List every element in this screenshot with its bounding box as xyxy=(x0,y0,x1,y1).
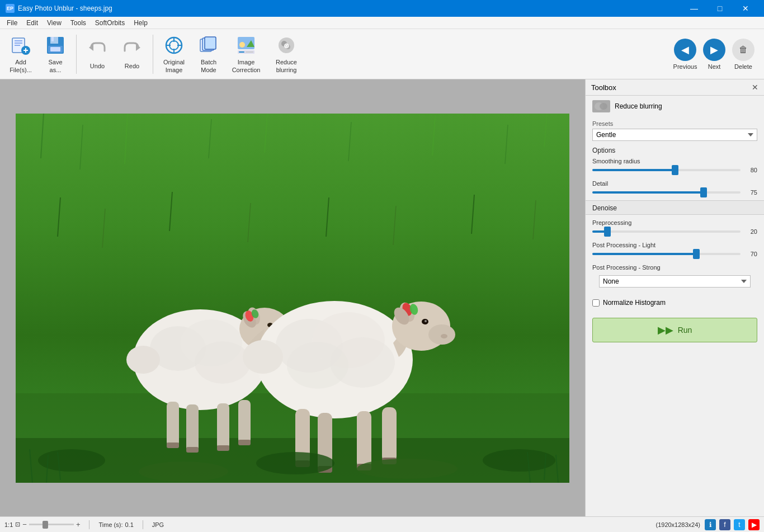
image-area xyxy=(0,79,585,516)
batch-mode-button[interactable]: BatchMode xyxy=(192,32,225,77)
redo-icon xyxy=(121,38,143,60)
normalize-histogram-checkbox[interactable] xyxy=(592,299,600,307)
smoothing-radius-slider-container: 80 xyxy=(592,167,757,173)
original-image-icon xyxy=(163,34,185,57)
toolbox-title: Toolbox xyxy=(591,83,616,92)
reduce-blurring-icon: ⊛ xyxy=(275,34,298,57)
svg-rect-11 xyxy=(50,47,60,51)
toolbar: AddFile(s)... Saveas... Undo xyxy=(0,29,764,79)
image-canvas xyxy=(16,114,569,483)
menu-tools[interactable]: Tools xyxy=(66,18,91,28)
smoothing-radius-label: Smoothing radius xyxy=(592,158,757,164)
svg-point-96 xyxy=(139,462,228,482)
menu-softorbits[interactable]: SoftOrbits xyxy=(91,18,129,28)
preprocessing-label: Preprocessing xyxy=(592,219,757,226)
image-correction-button[interactable]: ImageCorrection xyxy=(227,32,265,77)
svg-point-24 xyxy=(239,42,245,48)
preprocessing-value: 20 xyxy=(744,228,757,235)
minimize-button[interactable]: — xyxy=(681,0,707,17)
batch-mode-label: BatchMode xyxy=(201,59,216,73)
add-file-label: AddFile(s)... xyxy=(10,59,32,73)
undo-label: Undo xyxy=(90,63,105,70)
denoise-label: Denoise xyxy=(586,200,764,215)
post-processing-light-value: 70 xyxy=(744,251,757,257)
next-icon: ▶ xyxy=(703,39,725,61)
youtube-icon[interactable]: ▶ xyxy=(748,519,760,530)
delete-icon: 🗑 xyxy=(732,39,754,61)
image-correction-icon xyxy=(235,34,257,57)
svg-point-15 xyxy=(169,41,178,50)
zoom-fit-icon: ⊡ xyxy=(15,521,20,528)
svg-rect-6 xyxy=(25,48,26,53)
svg-point-81 xyxy=(425,320,427,322)
original-image-button[interactable]: OriginalImage xyxy=(158,32,190,77)
svg-rect-88 xyxy=(357,411,371,468)
menu-edit[interactable]: Edit xyxy=(22,18,43,28)
maximize-button[interactable]: □ xyxy=(707,0,733,17)
reduce-blurring-button[interactable]: ⊛ Reduceblurring xyxy=(267,32,305,77)
reduce-blur-tool-icon xyxy=(592,100,610,112)
close-button[interactable]: ✕ xyxy=(733,0,758,17)
app-title: Easy Photo Unblur - sheeps.jpg xyxy=(18,4,112,12)
delete-label: Delete xyxy=(734,63,752,70)
zoom-out-button[interactable]: − xyxy=(22,520,27,529)
svg-text:⊛: ⊛ xyxy=(284,42,289,50)
dimensions-value: (1920x1283x24) xyxy=(655,521,700,528)
post-processing-light-thumb[interactable] xyxy=(693,249,700,259)
save-as-label: Saveas... xyxy=(48,59,62,73)
run-icon: ▶▶ xyxy=(658,324,673,336)
undo-button[interactable]: Undo xyxy=(81,32,114,77)
add-file-icon xyxy=(10,34,32,57)
normalize-histogram-label[interactable]: Normalize Histogram xyxy=(603,299,666,307)
normalize-histogram-row: Normalize Histogram xyxy=(586,296,764,311)
zoom-in-button[interactable]: + xyxy=(76,520,81,529)
zoom-slider[interactable] xyxy=(29,524,74,525)
svg-point-97 xyxy=(256,452,334,474)
post-processing-strong-label: Post Processing - Strong xyxy=(592,264,757,271)
run-button[interactable]: ▶▶ Run xyxy=(592,318,757,342)
preprocessing-thumb[interactable] xyxy=(604,227,611,237)
svg-point-71 xyxy=(126,346,160,374)
presets-select[interactable]: Gentle Strong Custom xyxy=(592,129,757,141)
menu-help[interactable]: Help xyxy=(129,18,152,28)
facebook-icon[interactable]: f xyxy=(719,519,730,530)
detail-thumb[interactable] xyxy=(700,187,707,197)
time-value: 0.1 xyxy=(125,521,133,528)
add-file-button[interactable]: AddFile(s)... xyxy=(4,32,37,77)
detail-track xyxy=(592,191,741,194)
post-processing-light-slider-container: 70 xyxy=(592,251,757,257)
svg-point-94 xyxy=(243,340,283,374)
delete-button[interactable]: 🗑 Delete xyxy=(729,32,757,77)
toolbox-close-button[interactable]: ✕ xyxy=(752,83,758,92)
title-bar-left: EP Easy Photo Unblur - sheeps.jpg xyxy=(6,4,112,13)
svg-rect-68 xyxy=(186,447,199,453)
svg-point-76 xyxy=(287,342,348,389)
post-processing-strong-select-row: None Light Medium Strong xyxy=(592,273,757,292)
status-bar-right: (1920x1283x24) ℹ f t ▶ xyxy=(655,519,760,530)
post-processing-light-fill xyxy=(592,253,696,255)
detail-value: 75 xyxy=(744,189,757,196)
menu-file[interactable]: File xyxy=(2,18,22,28)
run-label: Run xyxy=(678,326,692,335)
smoothing-radius-value: 80 xyxy=(744,167,757,173)
original-image-label: OriginalImage xyxy=(163,59,185,73)
save-as-button[interactable]: Saveas... xyxy=(39,32,72,77)
status-bar: 1:1 ⊡ − + Time (s): 0.1 JPG (1920x1283x2… xyxy=(0,516,764,532)
detail-section: Detail 75 xyxy=(586,178,764,200)
image-correction-label: ImageCorrection xyxy=(232,59,261,73)
smoothing-radius-thumb[interactable] xyxy=(672,165,678,175)
svg-rect-63 xyxy=(167,402,179,446)
previous-button[interactable]: ◀ Previous xyxy=(671,32,699,77)
preprocessing-slider-container: 20 xyxy=(592,228,757,235)
menu-view[interactable]: View xyxy=(43,18,66,28)
reduce-blur-row: Reduce blurring xyxy=(586,96,764,117)
reduce-blurring-label: Reduceblurring xyxy=(276,59,297,73)
twitter-icon[interactable]: t xyxy=(734,519,745,530)
time-section: Time (s): 0.1 xyxy=(98,521,133,528)
post-processing-strong-select[interactable]: None Light Medium Strong xyxy=(599,275,751,288)
next-button[interactable]: ▶ Next xyxy=(700,32,728,77)
toolbox-header: Toolbox ✕ xyxy=(586,79,764,96)
zoom-controls: 1:1 ⊡ − + xyxy=(4,520,80,529)
redo-button[interactable]: Redo xyxy=(116,32,148,77)
info-icon[interactable]: ℹ xyxy=(705,519,716,530)
